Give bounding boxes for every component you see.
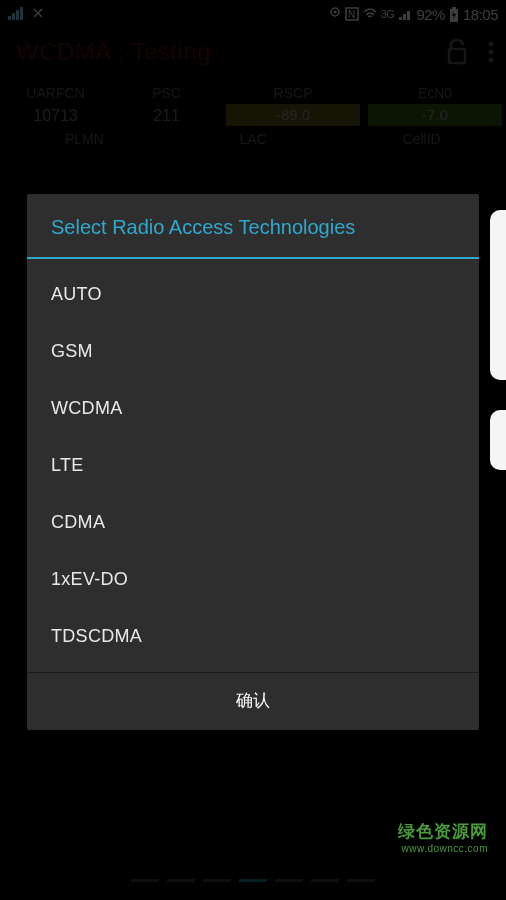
dialog-title: Select Radio Access Technologies xyxy=(27,194,479,259)
watermark: 绿色资源网 www.downcc.com xyxy=(398,820,488,854)
option-tdscdma[interactable]: TDSCDMA xyxy=(27,608,479,665)
watermark-text: 绿色资源网 xyxy=(398,820,488,843)
option-1xevdo[interactable]: 1xEV-DO xyxy=(27,551,479,608)
option-lte[interactable]: LTE xyxy=(27,437,479,494)
rat-select-dialog: Select Radio Access Technologies AUTO GS… xyxy=(27,194,479,730)
dialog-list: AUTO GSM WCDMA LTE CDMA 1xEV-DO TDSCDMA xyxy=(27,259,479,672)
watermark-url: www.downcc.com xyxy=(398,843,488,854)
option-cdma[interactable]: CDMA xyxy=(27,494,479,551)
confirm-button[interactable]: 确认 xyxy=(27,672,479,730)
option-auto[interactable]: AUTO xyxy=(27,266,479,323)
option-wcdma[interactable]: WCDMA xyxy=(27,380,479,437)
edge-panel-handle[interactable] xyxy=(490,210,506,380)
option-gsm[interactable]: GSM xyxy=(27,323,479,380)
